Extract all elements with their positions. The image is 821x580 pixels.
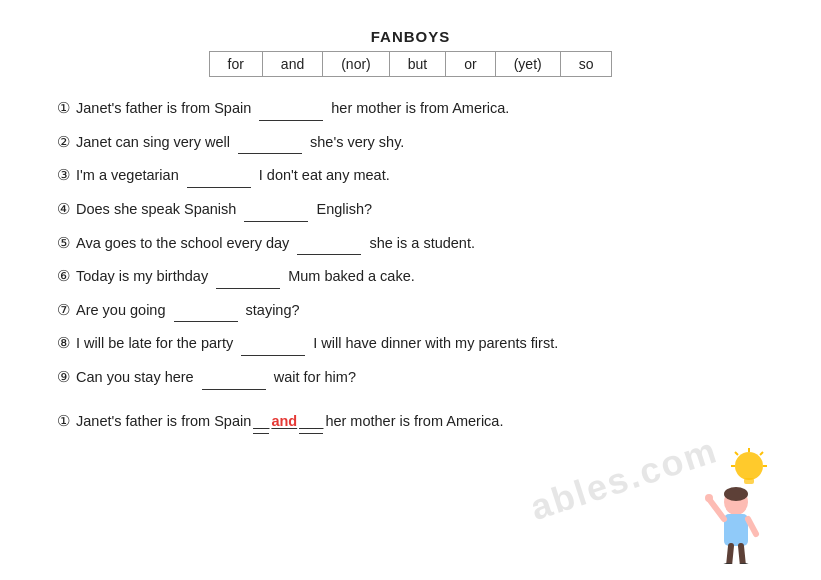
svg-point-15	[737, 563, 751, 564]
exercise-text: Are you going staying?	[76, 298, 300, 323]
fanboys-cell: (nor)	[323, 52, 390, 77]
svg-point-0	[735, 452, 763, 480]
worksheet-title: FANBOYS	[48, 28, 773, 45]
exercise-row: ⑨Can you stay here wait for him?	[48, 364, 773, 390]
exercise-row: ⑥Today is my birthday Mum baked a cake.	[48, 263, 773, 289]
exercise-num: ①	[48, 95, 70, 121]
svg-point-8	[724, 487, 748, 501]
svg-line-10	[709, 499, 724, 519]
fanboys-cell: (yet)	[495, 52, 560, 77]
exercise-row: ①Janet's father is from Spain her mother…	[48, 95, 773, 121]
svg-rect-9	[724, 514, 748, 546]
svg-line-12	[729, 546, 731, 564]
answer-text-after: her mother is from America.	[325, 409, 503, 434]
exercise-text: I'm a vegetarian I don't eat any meat.	[76, 163, 390, 188]
exercise-blank	[202, 389, 266, 390]
exercise-text: Janet can sing very well she's very shy.	[76, 130, 404, 155]
exercise-text: Can you stay here wait for him?	[76, 365, 356, 390]
exercise-num: ⑥	[48, 263, 70, 289]
exercise-num: ④	[48, 196, 70, 222]
answer-word: and	[271, 409, 297, 434]
exercise-num: ⑧	[48, 330, 70, 356]
answer-blank-before: __	[253, 409, 269, 435]
exercise-row: ④Does she speak Spanish English?	[48, 196, 773, 222]
exercise-text: Ava goes to the school every day she is …	[76, 231, 475, 256]
exercise-blank	[244, 221, 308, 222]
exercise-text: I will be late for the party I will have…	[76, 331, 558, 356]
svg-rect-1	[744, 478, 754, 484]
fanboys-cell: or	[446, 52, 495, 77]
exercise-text: Today is my birthday Mum baked a cake.	[76, 264, 415, 289]
answer-row: ① Janet's father is from Spain __and___ …	[48, 408, 773, 435]
fanboys-cell: for	[209, 52, 262, 77]
exercise-row: ③I'm a vegetarian I don't eat any meat.	[48, 162, 773, 188]
exercise-num: ⑤	[48, 230, 70, 256]
fanboys-cell: so	[560, 52, 612, 77]
exercise-text: Does she speak Spanish English?	[76, 197, 372, 222]
svg-point-14	[721, 563, 735, 564]
exercise-row: ⑦Are you going staying?	[48, 297, 773, 323]
exercise-num: ③	[48, 162, 70, 188]
svg-point-16	[705, 494, 713, 502]
svg-line-13	[741, 546, 743, 564]
exercise-row: ⑤Ava goes to the school every day she is…	[48, 230, 773, 256]
exercise-num: ②	[48, 129, 70, 155]
exercise-blank	[238, 153, 302, 154]
answer-blank-after: ___	[299, 409, 323, 435]
fanboys-cell: and	[262, 52, 322, 77]
exercise-blank	[241, 355, 305, 356]
fanboys-cell: but	[389, 52, 445, 77]
answer-text-before: Janet's father is from Spain	[76, 409, 251, 434]
exercise-blank	[174, 321, 238, 322]
exercise-blank	[216, 288, 280, 289]
exercise-row: ②Janet can sing very well she's very shy…	[48, 129, 773, 155]
svg-line-6	[735, 452, 738, 455]
exercise-blank	[187, 187, 251, 188]
decorative-figure	[681, 444, 791, 564]
exercise-row: ⑧I will be late for the party I will hav…	[48, 330, 773, 356]
exercise-blank	[297, 254, 361, 255]
exercise-num: ⑨	[48, 364, 70, 390]
exercise-text: Janet's father is from Spain her mother …	[76, 96, 509, 121]
svg-line-11	[748, 519, 756, 534]
worksheet: FANBOYS forand(nor)butor(yet)so ①Janet's…	[0, 0, 821, 580]
fanboys-table: forand(nor)butor(yet)so	[209, 51, 613, 77]
answer-num: ①	[48, 408, 70, 434]
svg-line-5	[760, 452, 763, 455]
answer-section: ① Janet's father is from Spain __and___ …	[48, 408, 773, 435]
exercise-blank	[259, 120, 323, 121]
exercise-num: ⑦	[48, 297, 70, 323]
exercises-section: ①Janet's father is from Spain her mother…	[48, 95, 773, 390]
